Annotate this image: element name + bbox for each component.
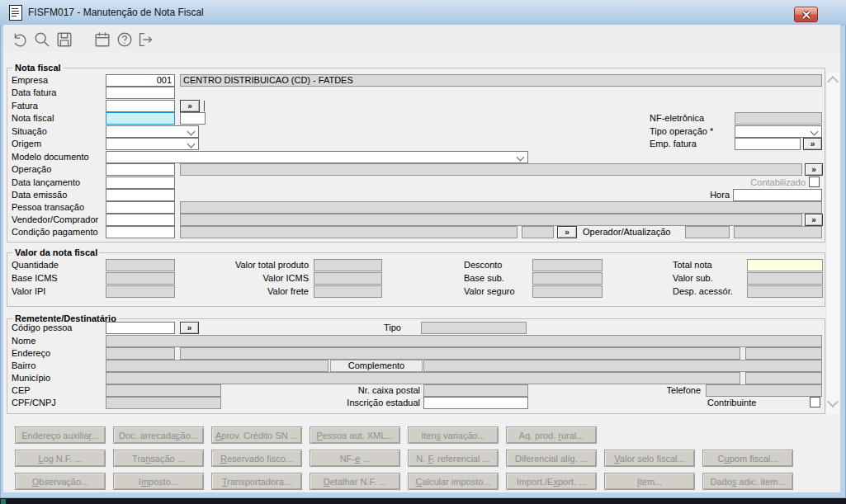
endereco-field xyxy=(180,347,740,360)
window-title: FISFM017 - Manutenção de Nota Fiscal xyxy=(28,7,204,18)
chevron-down-icon xyxy=(187,140,196,148)
inscricao-estadual-input[interactable] xyxy=(423,397,528,409)
vertical-scrollbar[interactable] xyxy=(825,73,840,414)
button-dados-adic-item[interactable]: Dados adic. item... xyxy=(702,473,793,490)
condicao-pagamento-extra-field xyxy=(522,226,554,238)
button-diferencial-aliq[interactable]: Diferencial alíq. ... xyxy=(506,450,597,467)
button-import-export[interactable]: Import./Export. ... xyxy=(506,473,597,490)
button-observacao[interactable]: Observação... xyxy=(15,473,106,490)
search-button[interactable] xyxy=(32,31,52,50)
label-endereco: Endereço xyxy=(12,348,50,359)
chevron-down-icon xyxy=(517,153,525,162)
button-aprov-credito-sn[interactable]: Aprov. Crédito SN ... xyxy=(211,426,302,444)
label-valor-icms: Valor ICMS xyxy=(263,273,309,284)
button-calcular-imposto[interactable]: Calcular imposto... xyxy=(408,473,499,490)
endereco-numero-field xyxy=(745,347,822,360)
desktop-artifact xyxy=(1,499,6,504)
empresa-input[interactable]: 001 xyxy=(106,74,175,87)
button-endereco-auxiliar[interactable]: Endereço auxiliar... xyxy=(15,426,106,444)
button-aq-prod-rural[interactable]: Aq. prod. rural... xyxy=(506,426,597,444)
button-nf-e[interactable]: NF-e ... xyxy=(310,450,400,467)
condicao-lookup-button[interactable]: » xyxy=(557,226,577,238)
data-emissao-input[interactable] xyxy=(106,189,175,201)
operacao-input[interactable] xyxy=(106,163,175,176)
button-row-3: Observação...Imposto...Transportadora...… xyxy=(15,473,793,490)
label-total-nota: Total nota xyxy=(673,260,712,271)
label-empresa: Empresa xyxy=(12,75,48,86)
save-button[interactable] xyxy=(54,31,74,50)
help-button[interactable] xyxy=(115,31,135,50)
contabilizado-checkbox[interactable] xyxy=(809,177,820,187)
atualizacao-field xyxy=(734,226,822,238)
valor-sub-field xyxy=(747,272,823,285)
label-operacao: Operação xyxy=(12,164,51,175)
exit-button[interactable] xyxy=(135,31,155,50)
button-itens-variacao[interactable]: Itens variação... xyxy=(408,426,499,444)
label-telefone: Telefone xyxy=(666,385,701,396)
label-operador-atualizacao: Operador/Atualização xyxy=(583,227,670,238)
total-nota-field[interactable] xyxy=(747,259,823,271)
button-pessoa-aut-xml[interactable]: Pessoa aut. XML... xyxy=(310,426,400,444)
emp-fatura-lookup-button[interactable]: » xyxy=(803,138,822,150)
nota-fiscal-input[interactable] xyxy=(106,112,175,125)
nota-fiscal-serie-input[interactable] xyxy=(180,112,206,125)
hora-input[interactable] xyxy=(733,189,822,201)
label-inscricao-estadual: Inscrição estadual xyxy=(347,398,420,408)
situacao-select[interactable] xyxy=(106,125,199,138)
pessoa-transacao-description-field xyxy=(180,201,822,214)
condicao-pagamento-input[interactable] xyxy=(106,226,175,238)
close-button[interactable] xyxy=(794,7,818,22)
complemento-field xyxy=(423,360,822,372)
button-doc-arrecadacao[interactable]: Doc. arrecadação... xyxy=(113,426,204,444)
button-transportadora[interactable]: Transportadora... xyxy=(211,473,302,490)
operacao-lookup-button[interactable]: » xyxy=(805,163,823,176)
uf-field xyxy=(745,372,822,384)
button-n-f-referencial[interactable]: N. F. referencial ... xyxy=(408,450,499,467)
undo-button[interactable] xyxy=(9,31,29,50)
button-valor-selo-fiscal[interactable]: Valor selo fiscal... xyxy=(604,450,695,467)
label-pessoa-transacao: Pessoa transação xyxy=(12,202,84,213)
base-sub-field xyxy=(532,272,603,285)
fatura-lookup-button[interactable]: » xyxy=(180,100,200,112)
button-detalhar-n-f[interactable]: Detalhar N.F. ... xyxy=(310,473,400,490)
button-reservado-fisco[interactable]: Reservado fisco... xyxy=(211,450,302,467)
window: FISFM017 - Manutenção de Nota Fiscal xyxy=(0,0,846,504)
vendedor-comprador-input[interactable] xyxy=(106,214,175,226)
modelo-documento-select[interactable] xyxy=(106,151,528,163)
button-log-n-f[interactable]: Log N.F. ... xyxy=(15,450,106,467)
origem-select[interactable] xyxy=(106,138,199,150)
fatura-input[interactable] xyxy=(106,100,175,112)
tipo-operacao-select[interactable] xyxy=(735,125,822,138)
button-imposto[interactable]: Imposto... xyxy=(113,473,204,490)
label-data-emissao: Data emissão xyxy=(12,190,67,200)
codigo-pessoa-input[interactable] xyxy=(106,322,175,334)
label-valor-ipi: Valor IPI xyxy=(12,286,45,297)
label-cpf-cnpj: CPF/CNPJ xyxy=(12,398,56,408)
pessoa-transacao-input[interactable] xyxy=(106,201,175,214)
contribuinte-checkbox[interactable] xyxy=(810,397,820,407)
label-situacao: Situação xyxy=(12,126,47,137)
button-cupom-fiscal[interactable]: Cupom fiscal... xyxy=(702,450,793,467)
vendedor-comprador-description-field xyxy=(180,214,802,226)
quantidade-field xyxy=(106,259,175,271)
data-lancamento-input[interactable] xyxy=(106,177,175,189)
label-cep: CEP xyxy=(12,385,31,396)
label-modelo-documento: Modelo documento xyxy=(12,152,89,163)
label-valor-frete: Valor frete xyxy=(267,286,309,297)
button-item[interactable]: Item... xyxy=(604,473,695,490)
nf-eletronica-field xyxy=(735,112,822,125)
empresa-description-field: CENTRO DISTRIBUICAO (CD) - FATDES xyxy=(180,74,822,87)
button-transacao[interactable]: Transação ... xyxy=(113,450,204,467)
titlebar[interactable]: FISFM017 - Manutenção de Nota Fiscal xyxy=(0,0,846,26)
emp-fatura-input[interactable] xyxy=(735,138,801,150)
close-icon xyxy=(801,10,811,20)
codigo-pessoa-lookup-button[interactable]: » xyxy=(180,322,199,334)
label-valor-sub: Valor sub. xyxy=(673,273,713,284)
search-icon xyxy=(33,31,51,49)
calendar-button[interactable] xyxy=(92,31,112,50)
vendedor-lookup-button[interactable]: » xyxy=(805,214,823,226)
label-desconto: Desconto xyxy=(464,260,502,271)
data-fatura-input[interactable] xyxy=(106,87,175,99)
endereco-tipo-field xyxy=(106,347,175,360)
group-valor-title: Valor da nota fiscal xyxy=(12,247,100,258)
